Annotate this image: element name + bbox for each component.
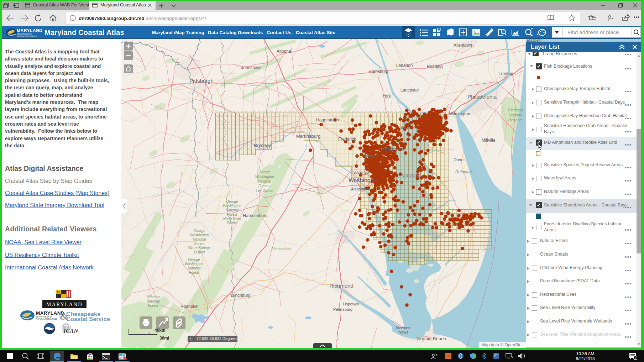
svg-text:Shenandoah: Shenandoah: [271, 247, 292, 251]
svg-text:30mi: 30mi: [159, 336, 169, 341]
svg-text:Delaware: Delaware: [455, 169, 473, 174]
svg-text:Washington: Washington: [185, 262, 204, 266]
svg-text:Maryland: Maryland: [402, 173, 421, 178]
svg-text:George: George: [226, 200, 238, 204]
svg-text:Lancaster: Lancaster: [400, 88, 419, 93]
svg-text:Philadelphia: Philadelphia: [467, 94, 497, 100]
svg-text:Hagerstown: Hagerstown: [316, 117, 339, 122]
svg-text:-72.526 38.632 Degrees: -72.526 38.632 Degrees: [195, 336, 237, 341]
svg-text:Reading: Reading: [427, 64, 443, 69]
svg-text:MARYLAND: MARYLAND: [46, 301, 83, 307]
svg-text:Washington: Washington: [255, 175, 274, 179]
svg-text:Forest: Forest: [148, 304, 159, 308]
svg-text:Frederick: Frederick: [338, 137, 356, 142]
svg-text:Pittsburgh: Pittsburgh: [189, 78, 214, 84]
svg-text:Washington: Washington: [223, 204, 242, 208]
svg-text:Virginia Beach: Virginia Beach: [416, 336, 446, 341]
svg-text:York: York: [382, 94, 391, 99]
svg-text:Nationa: Nationa: [509, 113, 522, 117]
svg-text:District: District: [194, 250, 205, 254]
svg-text:MARYLAND: MARYLAND: [17, 28, 42, 33]
svg-text:National: National: [258, 179, 271, 183]
svg-text:Newport: Newport: [396, 326, 411, 330]
svg-text:Dover: Dover: [454, 157, 465, 162]
svg-text:Martinsburg: Martinsburg: [296, 133, 321, 139]
svg-text:Trenton: Trenton: [499, 71, 513, 76]
svg-text:Harrisburg: Harrisburg: [368, 69, 388, 74]
svg-text:i: i: [72, 16, 73, 20]
svg-text:Allentown: Allentown: [454, 43, 472, 48]
svg-text:George: George: [193, 229, 205, 233]
svg-text:Romney: Romney: [254, 143, 271, 148]
svg-text:George: George: [258, 170, 271, 174]
svg-text:Reserve: Reserve: [508, 118, 523, 122]
svg-text:National: National: [188, 266, 201, 270]
svg-text:Columbia: Columbia: [363, 153, 380, 158]
svg-text:Lee District: Lee District: [256, 189, 274, 193]
svg-text:Millville: Millville: [482, 138, 496, 143]
svg-text:Altoona: Altoona: [277, 49, 291, 54]
svg-text:40km: 40km: [155, 328, 166, 333]
svg-text:Wilmington: Wilmington: [449, 111, 470, 116]
svg-text:Richmond: Richmond: [329, 283, 354, 289]
svg-text:Warm Springs: Warm Springs: [188, 246, 210, 250]
svg-text:Washington: Washington: [349, 177, 378, 183]
svg-text:2: 2: [634, 356, 636, 360]
svg-text:Harrisonburg: Harrisonburg: [243, 213, 267, 218]
svg-text:George: George: [188, 258, 200, 262]
svg-text:National: National: [193, 237, 206, 241]
svg-text:Washington: Washington: [190, 233, 209, 237]
svg-text:Petersburg: Petersburg: [333, 307, 352, 311]
svg-text:ICAN: ICAN: [63, 327, 78, 334]
svg-text:Baltimore: Baltimore: [381, 146, 404, 152]
svg-text:Forest -: Forest -: [258, 184, 271, 188]
svg-text:North River: North River: [223, 217, 241, 221]
svg-text:Alexandria: Alexandria: [351, 187, 370, 191]
svg-text:NATURAL RESOURCES: NATURAL RESOURCES: [17, 35, 37, 37]
svg-text:Forest: Forest: [194, 242, 205, 246]
svg-text:Bel Air: Bel Air: [400, 125, 412, 130]
svg-text:National: National: [147, 299, 160, 303]
svg-text:Lebanon: Lebanon: [396, 63, 413, 68]
svg-text:Map data © OpenStr: Map data © OpenStr: [481, 342, 520, 347]
svg-text:Roanoke: Roanoke: [180, 304, 198, 309]
svg-text:Johnstown: Johnstown: [241, 65, 261, 70]
svg-text:Pineland: Pineland: [508, 108, 524, 112]
svg-text:Coastal Service: Coastal Service: [66, 316, 110, 322]
svg-text:News: News: [398, 330, 408, 334]
svg-text:Lynchburg: Lynchburg: [231, 293, 251, 298]
svg-text:Jefferson: Jefferson: [145, 295, 161, 299]
svg-text:NATURAL RESOURCES: NATURAL RESOURCES: [36, 318, 58, 320]
svg-text:Forest: Forest: [227, 213, 238, 216]
svg-text:Forest: Forest: [189, 271, 200, 274]
svg-text:Silver Sp: Silver Sp: [353, 170, 369, 174]
svg-text:Hopewell: Hopewell: [343, 302, 359, 306]
svg-text:District: District: [227, 221, 238, 225]
svg-text:National: National: [226, 208, 239, 212]
